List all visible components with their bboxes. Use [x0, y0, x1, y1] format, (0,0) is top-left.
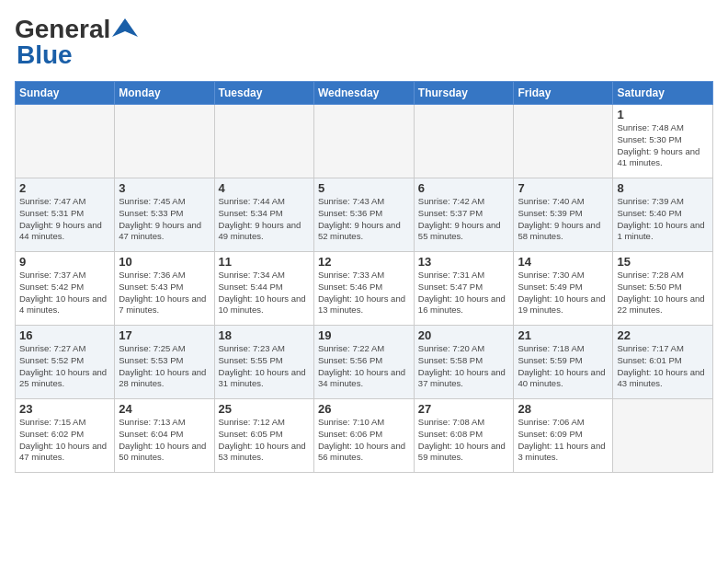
calendar-cell: 9Sunrise: 7:37 AM Sunset: 5:42 PM Daylig…	[16, 252, 115, 326]
day-info: Sunrise: 7:13 AM Sunset: 6:04 PM Dayligh…	[119, 417, 210, 464]
weekday-header-sunday: Sunday	[16, 82, 115, 105]
calendar-cell: 3Sunrise: 7:45 AM Sunset: 5:33 PM Daylig…	[115, 178, 214, 252]
calendar-cell: 17Sunrise: 7:25 AM Sunset: 5:53 PM Dayli…	[115, 326, 214, 399]
day-number: 22	[617, 328, 709, 342]
day-info: Sunrise: 7:37 AM Sunset: 5:42 PM Dayligh…	[19, 270, 110, 316]
calendar-cell	[514, 105, 613, 178]
calendar-cell: 22Sunrise: 7:17 AM Sunset: 6:01 PM Dayli…	[613, 326, 713, 399]
day-number: 3	[119, 181, 210, 195]
calendar-cell: 11Sunrise: 7:34 AM Sunset: 5:44 PM Dayli…	[214, 252, 313, 326]
calendar-cell: 16Sunrise: 7:27 AM Sunset: 5:52 PM Dayli…	[16, 326, 115, 399]
calendar-cell: 5Sunrise: 7:43 AM Sunset: 5:36 PM Daylig…	[313, 178, 414, 252]
day-info: Sunrise: 7:20 AM Sunset: 5:58 PM Dayligh…	[418, 343, 510, 390]
day-number: 15	[617, 255, 709, 269]
day-number: 26	[318, 402, 410, 416]
weekday-header-wednesday: Wednesday	[313, 82, 414, 105]
calendar-cell: 14Sunrise: 7:30 AM Sunset: 5:49 PM Dayli…	[514, 252, 613, 326]
logo: General Blue	[15, 15, 138, 70]
calendar-cell: 6Sunrise: 7:42 AM Sunset: 5:37 PM Daylig…	[414, 178, 514, 252]
day-info: Sunrise: 7:12 AM Sunset: 6:05 PM Dayligh…	[219, 417, 310, 464]
day-number: 17	[119, 328, 210, 342]
calendar-cell: 10Sunrise: 7:36 AM Sunset: 5:43 PM Dayli…	[115, 252, 214, 326]
weekday-header-saturday: Saturday	[613, 82, 713, 105]
calendar-table: SundayMondayTuesdayWednesdayThursdayFrid…	[15, 81, 713, 473]
calendar-cell: 24Sunrise: 7:13 AM Sunset: 6:04 PM Dayli…	[115, 399, 214, 473]
day-number: 13	[418, 255, 510, 269]
day-number: 1	[617, 108, 709, 121]
day-number: 16	[19, 328, 110, 342]
day-number: 8	[617, 181, 709, 195]
calendar-cell: 7Sunrise: 7:40 AM Sunset: 5:39 PM Daylig…	[514, 178, 613, 252]
calendar-cell: 12Sunrise: 7:33 AM Sunset: 5:46 PM Dayli…	[313, 252, 414, 326]
calendar-cell: 25Sunrise: 7:12 AM Sunset: 6:05 PM Dayli…	[214, 399, 313, 473]
calendar-cell	[613, 399, 713, 473]
calendar-cell: 21Sunrise: 7:18 AM Sunset: 5:59 PM Dayli…	[514, 326, 613, 399]
logo-blue-text: Blue	[17, 40, 73, 69]
day-number: 12	[318, 255, 410, 269]
weekday-header-thursday: Thursday	[414, 82, 514, 105]
calendar-cell	[115, 105, 214, 178]
calendar-cell: 1Sunrise: 7:48 AM Sunset: 5:30 PM Daylig…	[613, 105, 713, 178]
day-info: Sunrise: 7:45 AM Sunset: 5:33 PM Dayligh…	[119, 196, 210, 243]
day-info: Sunrise: 7:15 AM Sunset: 6:02 PM Dayligh…	[19, 417, 110, 464]
calendar-cell: 2Sunrise: 7:47 AM Sunset: 5:31 PM Daylig…	[16, 178, 115, 252]
day-number: 23	[19, 402, 110, 416]
day-number: 14	[518, 255, 609, 269]
day-number: 21	[518, 328, 609, 342]
day-info: Sunrise: 7:18 AM Sunset: 5:59 PM Dayligh…	[518, 343, 609, 390]
svg-marker-0	[112, 18, 138, 37]
day-info: Sunrise: 7:28 AM Sunset: 5:50 PM Dayligh…	[617, 270, 709, 316]
day-info: Sunrise: 7:10 AM Sunset: 6:06 PM Dayligh…	[318, 417, 410, 464]
calendar-cell: 4Sunrise: 7:44 AM Sunset: 5:34 PM Daylig…	[214, 178, 313, 252]
day-number: 20	[418, 328, 510, 342]
day-info: Sunrise: 7:17 AM Sunset: 6:01 PM Dayligh…	[617, 343, 709, 390]
day-info: Sunrise: 7:48 AM Sunset: 5:30 PM Dayligh…	[617, 122, 709, 169]
calendar-cell: 23Sunrise: 7:15 AM Sunset: 6:02 PM Dayli…	[16, 399, 115, 473]
weekday-header-tuesday: Tuesday	[214, 82, 313, 105]
day-info: Sunrise: 7:22 AM Sunset: 5:56 PM Dayligh…	[318, 343, 410, 390]
calendar-cell: 27Sunrise: 7:08 AM Sunset: 6:08 PM Dayli…	[414, 399, 514, 473]
day-number: 9	[19, 255, 110, 269]
day-info: Sunrise: 7:36 AM Sunset: 5:43 PM Dayligh…	[119, 270, 210, 316]
calendar-cell	[16, 105, 115, 178]
day-info: Sunrise: 7:34 AM Sunset: 5:44 PM Dayligh…	[219, 270, 310, 316]
calendar-week-row: 23Sunrise: 7:15 AM Sunset: 6:02 PM Dayli…	[16, 399, 713, 473]
day-number: 24	[119, 402, 210, 416]
day-number: 25	[219, 402, 310, 416]
weekday-header-row: SundayMondayTuesdayWednesdayThursdayFrid…	[16, 82, 713, 105]
day-info: Sunrise: 7:39 AM Sunset: 5:40 PM Dayligh…	[617, 196, 709, 243]
calendar-cell	[214, 105, 313, 178]
day-number: 18	[219, 328, 310, 342]
calendar-cell: 18Sunrise: 7:23 AM Sunset: 5:55 PM Dayli…	[214, 326, 313, 399]
day-number: 19	[318, 328, 410, 342]
day-number: 10	[119, 255, 210, 269]
day-info: Sunrise: 7:31 AM Sunset: 5:47 PM Dayligh…	[418, 270, 510, 316]
day-info: Sunrise: 7:06 AM Sunset: 6:09 PM Dayligh…	[518, 417, 609, 464]
day-number: 11	[219, 255, 310, 269]
day-number: 4	[219, 181, 310, 195]
day-info: Sunrise: 7:25 AM Sunset: 5:53 PM Dayligh…	[119, 343, 210, 390]
day-number: 6	[418, 181, 510, 195]
day-number: 5	[318, 181, 410, 195]
calendar-cell: 28Sunrise: 7:06 AM Sunset: 6:09 PM Dayli…	[514, 399, 613, 473]
day-info: Sunrise: 7:43 AM Sunset: 5:36 PM Dayligh…	[318, 196, 410, 243]
day-info: Sunrise: 7:40 AM Sunset: 5:39 PM Dayligh…	[518, 196, 609, 243]
calendar-week-row: 16Sunrise: 7:27 AM Sunset: 5:52 PM Dayli…	[16, 326, 713, 399]
day-number: 28	[518, 402, 609, 416]
calendar-cell	[313, 105, 414, 178]
calendar-cell	[414, 105, 514, 178]
day-info: Sunrise: 7:42 AM Sunset: 5:37 PM Dayligh…	[418, 196, 510, 243]
calendar-cell: 19Sunrise: 7:22 AM Sunset: 5:56 PM Dayli…	[313, 326, 414, 399]
day-info: Sunrise: 7:30 AM Sunset: 5:49 PM Dayligh…	[518, 270, 609, 316]
day-info: Sunrise: 7:44 AM Sunset: 5:34 PM Dayligh…	[219, 196, 310, 243]
calendar-week-row: 2Sunrise: 7:47 AM Sunset: 5:31 PM Daylig…	[16, 178, 713, 252]
calendar-cell: 13Sunrise: 7:31 AM Sunset: 5:47 PM Dayli…	[414, 252, 514, 326]
day-info: Sunrise: 7:33 AM Sunset: 5:46 PM Dayligh…	[318, 270, 410, 316]
day-info: Sunrise: 7:47 AM Sunset: 5:31 PM Dayligh…	[19, 196, 110, 243]
day-info: Sunrise: 7:23 AM Sunset: 5:55 PM Dayligh…	[219, 343, 310, 390]
calendar-week-row: 1Sunrise: 7:48 AM Sunset: 5:30 PM Daylig…	[16, 105, 713, 178]
weekday-header-monday: Monday	[115, 82, 214, 105]
calendar-cell: 8Sunrise: 7:39 AM Sunset: 5:40 PM Daylig…	[613, 178, 713, 252]
logo-bird-icon	[112, 15, 138, 40]
day-info: Sunrise: 7:27 AM Sunset: 5:52 PM Dayligh…	[19, 343, 110, 390]
